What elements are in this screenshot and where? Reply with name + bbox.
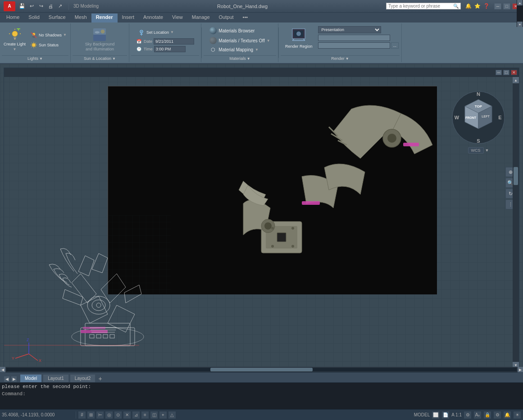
tab-next-btn[interactable]: ▶ [11, 376, 17, 382]
viewport-maximize-btn[interactable]: □ [503, 70, 509, 75]
lights-group-label[interactable]: Lights ▼ [2, 55, 68, 61]
sky-background-button[interactable]: Sky Background and Illumination [80, 27, 119, 53]
tab-manage[interactable]: Manage [187, 14, 214, 23]
status-sep-1 [76, 411, 76, 419]
wireframe-robot-area [18, 215, 171, 355]
render-input-1[interactable] [318, 35, 390, 41]
command-input[interactable] [27, 391, 521, 397]
sun-location-group-label[interactable]: Sun & Location ▼ [73, 55, 127, 61]
tab-render[interactable]: Render [91, 14, 118, 23]
export-btn[interactable]: ↗ [56, 2, 64, 10]
render-input-2[interactable] [318, 42, 390, 49]
viewcube-svg[interactable]: N E S W TOP FRONT [451, 90, 505, 145]
tab-prev-btn[interactable]: ◀ [4, 376, 10, 382]
vertical-scrollbar[interactable]: ▲ ▼ [513, 77, 519, 368]
no-shadows-arrow[interactable]: ▼ [63, 33, 67, 37]
cmd-scroll-up[interactable]: ▲ [517, 0, 523, 5]
model-icon[interactable]: ⬜ [432, 411, 440, 419]
command-scrollbar[interactable]: ▲ ▼ [517, 0, 523, 27]
cmd-scroll-down[interactable]: ▼ [517, 22, 523, 27]
snap-toggle[interactable]: ⊞ [87, 411, 95, 419]
paper-icon[interactable]: 📄 [441, 411, 450, 419]
selection-cycling[interactable]: ⌖ [159, 411, 167, 419]
set-location-button[interactable]: Set Location ▼ [136, 28, 176, 37]
transparency-toggle[interactable]: ◫ [150, 411, 158, 419]
wcs-label[interactable]: WCS ▼ [451, 147, 505, 153]
no-shadows-button[interactable]: No Shadows ▼ [28, 31, 68, 40]
render-more-button[interactable]: ... [391, 42, 399, 49]
settings-btn[interactable]: ⚙ [493, 411, 501, 419]
redo-btn[interactable]: ↪ [37, 2, 45, 10]
search-input[interactable] [388, 4, 451, 9]
grid-toggle[interactable]: # [78, 411, 86, 419]
print-btn[interactable]: 🖨 [46, 2, 55, 10]
save-btn[interactable]: 💾 [18, 2, 26, 10]
polar-toggle[interactable]: ◎ [105, 411, 113, 419]
create-light-icon [9, 28, 21, 41]
material-mapping-button[interactable]: ⬡ Material Mapping ▼ [208, 46, 260, 54]
tab-output[interactable]: Output [214, 14, 238, 23]
star-btn[interactable]: ⭐ [473, 2, 482, 10]
render-preset-select[interactable]: Presentation [318, 26, 381, 33]
date-input[interactable] [154, 38, 194, 45]
no-shadows-label: No Shadows [39, 33, 62, 37]
undo-btn[interactable]: ↩ [27, 2, 36, 10]
mapping-arrow[interactable]: ▼ [255, 48, 259, 52]
render-region-button[interactable]: Render Region [282, 25, 316, 50]
svg-text:X: X [39, 358, 41, 363]
location-sub-label[interactable] [131, 55, 199, 61]
notification-btn[interactable]: 🔔 [503, 411, 511, 419]
viewport-minimize-btn[interactable]: ─ [496, 70, 502, 75]
ortho-toggle[interactable]: ⊢ [96, 411, 104, 419]
set-location-arrow[interactable]: ▼ [170, 30, 174, 34]
tab-surface[interactable]: Surface [44, 14, 70, 23]
tab-layout2[interactable]: Layout2 [70, 374, 96, 382]
3d-osnap[interactable]: △ [168, 411, 176, 419]
ribbon: Create Light ▼ No Shadows [0, 23, 523, 64]
create-light-button[interactable]: Create Light ▼ [2, 27, 27, 52]
tab-annotate[interactable]: Annotate [139, 14, 168, 23]
autocad-logo[interactable]: A [4, 1, 15, 11]
tab-solid[interactable]: Solid [24, 14, 44, 23]
search-bar[interactable]: 🔍 [386, 3, 461, 9]
scroll-thumb[interactable] [514, 167, 518, 185]
minimize-button[interactable]: ─ [494, 3, 501, 9]
restore-button[interactable]: □ [503, 3, 510, 9]
render-group-label[interactable]: Render ▼ [281, 55, 400, 61]
svg-text:FRONT: FRONT [465, 116, 477, 119]
tab-model[interactable]: Model [20, 374, 42, 382]
clock-icon: 🕐 [136, 47, 142, 51]
tab-mesh[interactable]: Mesh [70, 14, 91, 23]
materials-textures-label: Materials / Textures Off [218, 38, 264, 43]
scroll-left-btn[interactable]: ◀ [0, 367, 5, 372]
tab-home[interactable]: Home [2, 14, 24, 23]
annotation-scale[interactable]: Aₐ [473, 411, 482, 419]
time-input[interactable] [154, 46, 186, 52]
materials-group-label[interactable]: Materials ▼ [204, 55, 276, 61]
scroll-right-btn[interactable]: ▶ [518, 367, 523, 372]
info-btn[interactable]: 🔔 [464, 2, 473, 10]
tab-insert[interactable]: Insert [118, 14, 139, 23]
help-btn[interactable]: ❓ [482, 2, 491, 10]
scroll-up-btn[interactable]: ▲ [513, 77, 519, 83]
materials-browser-button[interactable]: Materials Browser [208, 26, 256, 35]
tab-view[interactable]: View [168, 14, 187, 23]
horizontal-scrollbar[interactable]: ◀ ▶ [0, 367, 523, 372]
tab-layout1[interactable]: Layout1 [43, 374, 69, 382]
svg-point-29 [296, 32, 301, 36]
create-light-arrow[interactable]: ▼ [13, 47, 17, 51]
textures-arrow[interactable]: ▼ [267, 39, 270, 43]
lock-viewport[interactable]: 🔒 [483, 411, 491, 419]
add-tab-btn[interactable]: + [98, 375, 102, 382]
materials-textures-button[interactable]: Materials / Textures Off ▼ [208, 36, 272, 45]
tab-more[interactable]: ••• [238, 14, 253, 23]
otrack-toggle[interactable]: ✕ [123, 411, 131, 419]
workspace-settings[interactable]: ⚙ [464, 411, 472, 419]
sun-indicator[interactable]: ☀ [513, 411, 521, 419]
dynamic-input[interactable]: ⊿ [132, 411, 140, 419]
lineweight-toggle[interactable]: ≡ [141, 411, 149, 419]
h-scroll-thumb[interactable] [210, 368, 313, 371]
viewport-close-btn[interactable]: ✕ [511, 70, 517, 75]
sun-status-button[interactable]: Sun Status [28, 41, 68, 50]
osnap-toggle[interactable]: ⊙ [114, 411, 122, 419]
